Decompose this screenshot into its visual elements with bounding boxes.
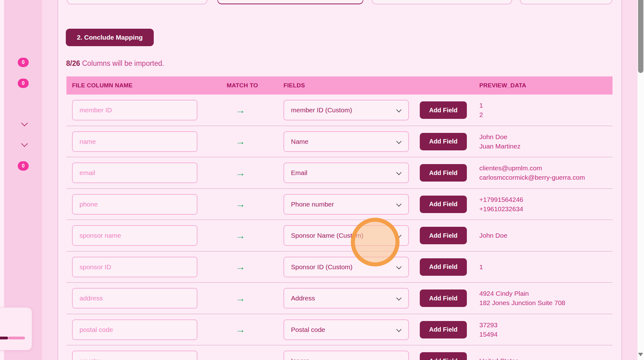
main-content: 2. Conclude Mapping 8/26 Columns will be… bbox=[58, 0, 622, 360]
field-select[interactable]: member ID (Custom) bbox=[283, 100, 409, 120]
header-match-to: MATCH TO bbox=[227, 82, 258, 89]
file-column-input[interactable] bbox=[72, 194, 197, 215]
scrollbar-thumb[interactable] bbox=[638, 0, 643, 73]
match-status: → bbox=[231, 157, 250, 188]
chevron-down-icon bbox=[396, 139, 402, 144]
preview-line: +17991564246 bbox=[479, 195, 523, 204]
import-summary: 8/26 Columns will be imported. bbox=[66, 59, 164, 68]
sidebar-gutter bbox=[42, 0, 58, 360]
progress-card bbox=[0, 307, 32, 350]
import-summary-count: 8/26 bbox=[66, 59, 80, 67]
preview-data: 12 bbox=[479, 95, 483, 126]
preview-line: United States bbox=[479, 356, 519, 360]
add-field-button[interactable]: Add Field bbox=[420, 227, 467, 244]
preview-line: John Doe bbox=[479, 132, 521, 142]
preview-data: John Doe bbox=[479, 220, 507, 251]
field-select[interactable]: Ignore bbox=[283, 351, 409, 360]
field-select-value: Address bbox=[291, 294, 315, 302]
progress-bar-track bbox=[8, 337, 25, 339]
match-status: → bbox=[231, 251, 250, 283]
field-select[interactable]: Postal code bbox=[283, 319, 409, 340]
preview-data: clientes@upmlm.comcarlosmccormick@berry-… bbox=[479, 157, 585, 188]
field-select[interactable]: Email bbox=[283, 163, 409, 183]
scrollbar-down-arrow-icon[interactable] bbox=[638, 353, 643, 356]
table-row: →Sponsor ID (Custom)Add Field1 bbox=[66, 251, 613, 283]
preview-line: 1 bbox=[479, 101, 483, 110]
arrow-right-icon: → bbox=[236, 231, 245, 241]
chevron-down-icon bbox=[396, 201, 402, 207]
file-column-input[interactable] bbox=[72, 100, 197, 120]
preview-data: John DoeJuan Martinez bbox=[479, 126, 521, 157]
add-field-button[interactable]: Add Field bbox=[420, 196, 467, 213]
field-select-value: member ID (Custom) bbox=[291, 106, 352, 114]
preview-line: 2 bbox=[479, 110, 483, 119]
conclude-mapping-button[interactable]: 2. Conclude Mapping bbox=[66, 29, 154, 46]
add-field-button[interactable]: Add Field bbox=[420, 352, 467, 360]
field-select[interactable]: Name bbox=[283, 131, 409, 152]
preview-line: clientes@upmlm.com bbox=[479, 163, 585, 173]
table-row: →member ID (Custom)Add Field12 bbox=[66, 95, 613, 126]
preview-line: +19610232634 bbox=[479, 204, 523, 214]
preview-data: 4924 Cindy Plain182 Jones Junction Suite… bbox=[479, 283, 565, 314]
field-select-value: Email bbox=[291, 169, 307, 177]
chevron-down-icon bbox=[396, 264, 402, 269]
arrow-right-icon: → bbox=[236, 168, 245, 178]
preview-data: United States bbox=[479, 345, 519, 360]
preview-data: +17991564246+19610232634 bbox=[479, 189, 523, 220]
chevron-down-icon bbox=[396, 327, 402, 332]
sidebar-badge: 0 bbox=[18, 58, 29, 67]
file-column-input[interactable] bbox=[72, 225, 197, 246]
arrow-right-icon: → bbox=[236, 105, 245, 115]
preview-line: 1 bbox=[479, 262, 483, 272]
scrollbar[interactable] bbox=[637, 0, 644, 360]
match-status: → bbox=[231, 189, 250, 220]
match-status: → bbox=[231, 314, 250, 345]
preview-line: carlosmccormick@berry-guerra.com bbox=[479, 173, 585, 182]
preview-line: 37293 bbox=[479, 320, 497, 330]
add-field-button[interactable]: Add Field bbox=[420, 289, 467, 307]
add-field-button[interactable]: Add Field bbox=[420, 101, 467, 119]
file-column-input[interactable] bbox=[72, 257, 197, 277]
field-select[interactable]: Phone number bbox=[283, 194, 409, 215]
preview-line: 15494 bbox=[479, 330, 497, 339]
add-field-button[interactable]: Add Field bbox=[420, 321, 467, 338]
add-field-button[interactable]: Add Field bbox=[420, 133, 467, 150]
file-column-input[interactable] bbox=[72, 163, 197, 183]
step-card-selected[interactable] bbox=[217, 0, 363, 4]
match-status: ! bbox=[231, 345, 250, 360]
match-status: → bbox=[231, 95, 250, 126]
step-card[interactable] bbox=[372, 0, 512, 4]
sidebar-badge: 0 bbox=[18, 79, 29, 88]
file-column-input[interactable] bbox=[72, 319, 197, 340]
file-column-input[interactable] bbox=[72, 288, 197, 309]
field-select-value: Sponsor ID (Custom) bbox=[291, 263, 352, 271]
field-select-value: Name bbox=[291, 138, 308, 145]
chevron-down-icon[interactable] bbox=[21, 120, 28, 126]
table-row: →EmailAdd Fieldclientes@upmlm.comcarlosm… bbox=[66, 157, 613, 189]
add-field-button[interactable]: Add Field bbox=[420, 164, 467, 182]
field-select[interactable]: Address bbox=[283, 288, 409, 309]
step-card[interactable] bbox=[67, 0, 207, 4]
right-gutter bbox=[622, 0, 637, 360]
mapping-table: FILE COLUMN NAME MATCH TO FIELDS PREVIEW… bbox=[66, 76, 613, 360]
add-field-button[interactable]: Add Field bbox=[420, 258, 467, 276]
header-file-column-name: FILE COLUMN NAME bbox=[72, 82, 133, 89]
match-status: → bbox=[231, 220, 250, 251]
progress-bar-filled bbox=[0, 337, 8, 339]
file-column-input[interactable] bbox=[72, 351, 197, 360]
chevron-down-icon[interactable] bbox=[21, 140, 28, 147]
preview-data: 1 bbox=[479, 251, 483, 283]
table-row: →Postal codeAdd Field3729315494 bbox=[66, 314, 613, 346]
preview-line: Juan Martinez bbox=[479, 142, 521, 151]
field-select-value: Phone number bbox=[291, 201, 334, 208]
table-row: !IgnoreAdd FieldUnited States bbox=[66, 345, 613, 360]
arrow-right-icon: → bbox=[236, 325, 245, 334]
preview-line: 4924 Cindy Plain bbox=[479, 289, 565, 298]
preview-line: John Doe bbox=[479, 231, 507, 240]
field-select-value: Postal code bbox=[291, 326, 325, 333]
table-row: →Sponsor Name (Custom)Add FieldJohn Doe bbox=[66, 220, 613, 251]
arrow-right-icon: → bbox=[236, 294, 245, 303]
file-column-input[interactable] bbox=[72, 131, 197, 152]
chevron-down-icon bbox=[396, 107, 402, 113]
step-card[interactable] bbox=[520, 0, 612, 4]
